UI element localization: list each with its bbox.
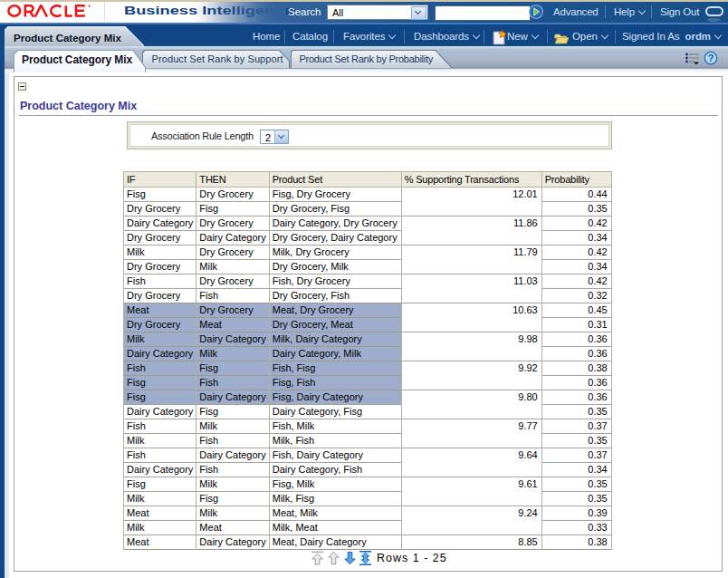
svg-text:?: ? (708, 53, 714, 63)
